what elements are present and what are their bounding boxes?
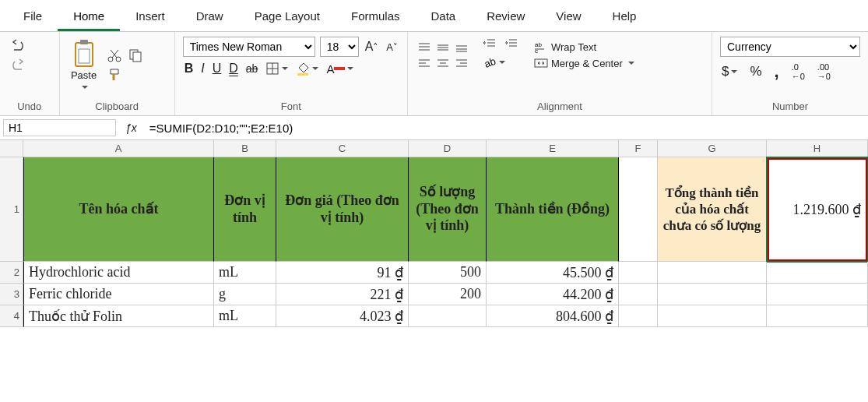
italic-button[interactable]: I xyxy=(199,60,206,77)
col-header-c[interactable]: C xyxy=(276,140,409,157)
cell-d2[interactable]: 500 xyxy=(409,262,487,284)
cell-a1[interactable]: Tên hóa chất xyxy=(23,157,214,262)
redo-button[interactable] xyxy=(8,56,28,75)
align-bottom-button[interactable] xyxy=(453,41,470,55)
align-center-button[interactable] xyxy=(434,56,452,70)
tab-data[interactable]: Data xyxy=(415,3,471,31)
col-header-g[interactable]: G xyxy=(658,140,767,157)
underline-button[interactable]: U xyxy=(211,60,223,77)
group-undo: Undo xyxy=(0,32,60,115)
cell-d4[interactable] xyxy=(409,305,487,327)
cell-d3[interactable]: 200 xyxy=(409,284,487,305)
cell-g2[interactable] xyxy=(658,262,767,284)
cell-f2[interactable] xyxy=(619,262,658,284)
align-right-button[interactable] xyxy=(453,56,470,70)
cell-e1[interactable]: Thành tiền (Đồng) xyxy=(487,157,619,262)
cell-a2[interactable]: Hydrochloric acid xyxy=(23,262,214,284)
tab-view[interactable]: View xyxy=(540,3,596,31)
ribbon-tabs: File Home Insert Draw Page Layout Formul… xyxy=(0,0,868,32)
cell-a4[interactable]: Thuốc thử Folin xyxy=(23,305,214,327)
svg-rect-9 xyxy=(334,67,345,70)
col-header-a[interactable]: A xyxy=(23,140,214,157)
cell-a3[interactable]: Ferric chloride xyxy=(23,284,214,305)
cell-g1[interactable]: Tổng thành tiền của hóa chất chưa có số … xyxy=(658,157,767,262)
decrease-indent-button[interactable] xyxy=(481,37,498,51)
tab-home[interactable]: Home xyxy=(58,3,120,31)
cell-d1[interactable]: Số lượng (Theo đơn vị tính) xyxy=(409,157,487,262)
undo-button[interactable] xyxy=(8,37,28,55)
clipboard-icon xyxy=(71,38,97,69)
col-header-h[interactable]: H xyxy=(767,140,868,157)
tab-page-layout[interactable]: Page Layout xyxy=(239,3,336,31)
cell-g4[interactable] xyxy=(658,305,767,327)
cell-b4[interactable]: mL xyxy=(214,305,276,327)
cell-c2[interactable]: 91 ₫ xyxy=(276,262,409,284)
cell-h4[interactable] xyxy=(767,305,868,327)
cell-g3[interactable] xyxy=(658,284,767,305)
format-painter-button[interactable] xyxy=(105,65,124,84)
tab-insert[interactable]: Insert xyxy=(120,3,181,31)
cell-c1[interactable]: Đơn giá (Theo đơn vị tính) xyxy=(276,157,409,262)
percent-button[interactable]: % xyxy=(748,62,763,81)
decrease-font-button[interactable]: A˅ xyxy=(385,40,399,55)
tab-file[interactable]: File xyxy=(8,3,58,31)
cell-b1[interactable]: Đơn vị tính xyxy=(214,157,276,262)
cell-h1[interactable]: 1.219.600 ₫ xyxy=(767,157,868,262)
increase-decimal-button[interactable]: .0←0 xyxy=(790,61,807,83)
col-header-f[interactable]: F xyxy=(619,140,658,157)
increase-font-button[interactable]: A˄ xyxy=(364,38,381,55)
fx-icon[interactable]: ƒx xyxy=(121,122,142,134)
copy-button[interactable] xyxy=(126,46,145,65)
bold-button[interactable]: B xyxy=(183,60,195,77)
cell-h3[interactable] xyxy=(767,284,868,305)
col-header-d[interactable]: D xyxy=(409,140,487,157)
col-header-e[interactable]: E xyxy=(487,140,619,157)
align-left-button[interactable] xyxy=(416,56,433,70)
strikethrough-button[interactable]: ab xyxy=(244,61,260,76)
number-format-select[interactable]: Currency xyxy=(720,37,860,57)
paste-button[interactable]: Paste xyxy=(68,37,100,94)
formula-input[interactable] xyxy=(146,120,865,136)
fill-color-button[interactable] xyxy=(294,60,320,77)
cell-c3[interactable]: 221 ₫ xyxy=(276,284,409,305)
paste-dropdown-icon[interactable] xyxy=(79,81,88,93)
cell-h2[interactable] xyxy=(767,262,868,284)
borders-button[interactable] xyxy=(264,60,290,77)
currency-button[interactable]: $ xyxy=(720,62,739,81)
tab-draw[interactable]: Draw xyxy=(181,3,239,31)
wrap-text-button[interactable]: abcWrap Text xyxy=(532,39,598,55)
align-middle-button[interactable] xyxy=(434,41,452,55)
row-header-2[interactable]: 2 xyxy=(0,262,23,284)
cell-c4[interactable]: 4.023 ₫ xyxy=(276,305,409,327)
col-header-b[interactable]: B xyxy=(214,140,276,157)
tab-help[interactable]: Help xyxy=(597,3,652,31)
increase-indent-button[interactable] xyxy=(503,37,520,51)
row-header-1[interactable]: 1 xyxy=(0,157,23,262)
merge-center-button[interactable]: Merge & Center xyxy=(532,55,636,71)
tab-review[interactable]: Review xyxy=(471,3,540,31)
cell-f4[interactable] xyxy=(619,305,658,327)
select-all-corner[interactable] xyxy=(0,140,23,157)
name-box[interactable] xyxy=(3,119,116,136)
comma-button[interactable]: , xyxy=(773,60,781,83)
row-header-4[interactable]: 4 xyxy=(0,305,23,327)
font-size-select[interactable]: 18 xyxy=(320,37,359,57)
cell-e3[interactable]: 44.200 ₫ xyxy=(487,284,619,305)
cell-b3[interactable]: g xyxy=(214,284,276,305)
font-name-select[interactable]: Times New Roman xyxy=(183,37,315,57)
align-top-button[interactable] xyxy=(416,41,433,55)
cell-e4[interactable]: 804.600 ₫ xyxy=(487,305,619,327)
redo-icon xyxy=(9,58,26,73)
row-header-3[interactable]: 3 xyxy=(0,284,23,305)
cell-f3[interactable] xyxy=(619,284,658,305)
cell-b2[interactable]: mL xyxy=(214,262,276,284)
cut-button[interactable] xyxy=(105,46,124,65)
orientation-button[interactable]: ab xyxy=(481,54,507,71)
double-underline-button[interactable]: D xyxy=(227,60,240,77)
cell-e2[interactable]: 45.500 ₫ xyxy=(487,262,619,284)
font-color-button[interactable]: A xyxy=(325,61,355,77)
merge-icon xyxy=(534,57,548,69)
cell-f1[interactable] xyxy=(619,157,658,262)
decrease-decimal-button[interactable]: .00→0 xyxy=(816,61,832,83)
tab-formulas[interactable]: Formulas xyxy=(336,3,416,31)
